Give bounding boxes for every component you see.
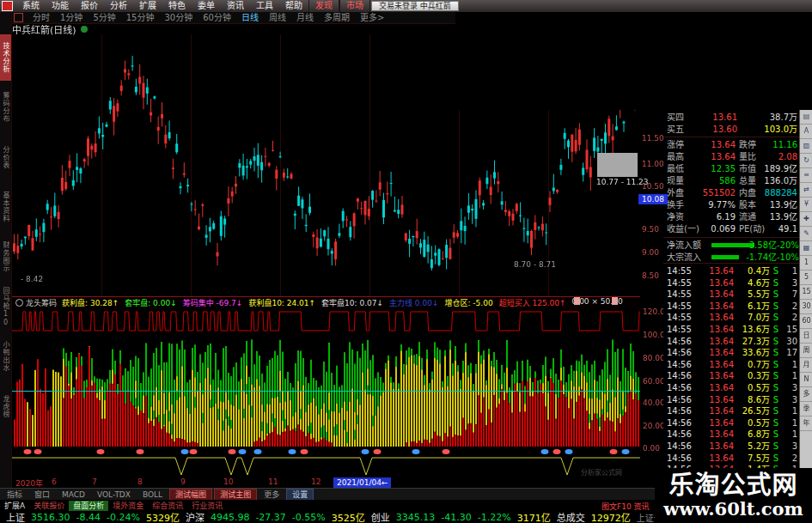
toolbar-period-年[interactable]: 年: [800, 417, 812, 431]
menu-item-帮助[interactable]: 帮助: [279, 0, 308, 12]
toolbar-period-多[interactable]: 多: [800, 387, 812, 402]
quote-row[interactable]: 收益(一)0.069PE(动)49.1: [663, 223, 799, 234]
quote-row[interactable]: 14:5613.640.3万S1: [663, 370, 799, 381]
toolbar-period-60[interactable]: 60: [800, 314, 812, 329]
refresh-icon[interactable]: ↻: [800, 154, 812, 168]
left-tab-回马枪10[interactable]: 回马枪10: [0, 283, 11, 330]
info-tab-盘面分析[interactable]: 盘面分析: [69, 501, 108, 511]
menu-item-系统[interactable]: 系统: [16, 0, 46, 12]
period-月线[interactable]: 月线: [291, 12, 319, 23]
period-多周期[interactable]: 多周期: [319, 12, 355, 23]
info-tab-境外资金[interactable]: 境外资金: [108, 501, 148, 511]
period-5分钟[interactable]: 5分钟: [88, 12, 120, 23]
func-tab-MACD[interactable]: MACD: [57, 490, 90, 500]
period-更多>[interactable]: 更多>: [355, 12, 389, 23]
period-周线[interactable]: 周线: [264, 12, 291, 23]
quote-row[interactable]: 外盘551502内盘888284: [663, 187, 799, 198]
left-tab-小鸭出水[interactable]: 小鸭出水: [0, 333, 11, 380]
func-tab-测试幅图[interactable]: 测试幅图: [169, 489, 212, 501]
toolbar-period-1[interactable]: 1: [800, 256, 812, 271]
quote-row[interactable]: 14:5513.647.0万S2: [663, 312, 799, 323]
period-60分钟[interactable]: 60分钟: [198, 12, 236, 23]
cross-icon[interactable]: ✚: [800, 212, 812, 227]
info-tab-关联报价[interactable]: 关联报价: [29, 501, 69, 511]
list-icon[interactable]: ≡: [800, 168, 812, 183]
func-tab-测试主图[interactable]: 测试主图: [214, 489, 257, 501]
quote-row[interactable]: 涨停13.64跌停11.16: [663, 139, 799, 150]
period-15分钟[interactable]: 15分钟: [121, 12, 160, 23]
menu-item-委单[interactable]: 委单: [192, 0, 221, 12]
quote-row[interactable]: 14:5613.645.2万S3: [663, 441, 799, 452]
quote-row[interactable]: 14:5613.6433.6万S17: [663, 347, 799, 358]
indicator-chart[interactable]: [12, 307, 640, 477]
toolbar-period-15[interactable]: 15: [800, 285, 812, 300]
toolbar-period-日[interactable]: 日: [800, 329, 812, 344]
quote-row[interactable]: 14:5513.640.4万S1: [663, 265, 799, 277]
quote-row[interactable]: 14:5613.640.7万S1: [663, 359, 799, 370]
left-tab-龙虎榜[interactable]: 龙虎榜: [0, 383, 11, 429]
info-tab-综合资讯[interactable]: 综合资讯: [148, 501, 187, 511]
menu-item-发现[interactable]: 发现: [308, 0, 339, 12]
toolbar-period-N[interactable]: N: [800, 373, 812, 387]
indicator-header[interactable]: 龙头筹码 获利盘: 30.28↑套牢盘: 0.00↓筹码集中 -69.7↓获利盘…: [12, 296, 640, 308]
chart-mode-icon[interactable]: [14, 13, 23, 22]
quote-row[interactable]: 14:5513.644.6万S3: [663, 277, 799, 289]
quote-row[interactable]: 14:5613.647.5万S2: [663, 453, 799, 464]
func-tab-更多[interactable]: 更多: [259, 490, 284, 500]
quote-row[interactable]: 最高13.64量比2.08: [663, 151, 799, 162]
quote-row[interactable]: 14:5613.6427.3万S30: [663, 336, 799, 347]
func-tab-指标[interactable]: 指标: [2, 490, 27, 500]
quote-row[interactable]: 14:5613.648.6万S3: [663, 394, 799, 405]
quote-row[interactable]: 14:5513.6413.6万S15: [663, 324, 799, 335]
price-axis-label: 10.50: [642, 182, 664, 191]
left-tab-基本资料[interactable]: 基本资料: [0, 184, 11, 230]
quote-row[interactable]: 14:5613.646.8万S1: [663, 429, 799, 440]
quote-row[interactable]: 14:5613.640.5万S3: [663, 382, 799, 393]
news-icon[interactable]: ▥: [800, 139, 812, 154]
money-icon[interactable]: ¥: [800, 198, 812, 212]
quote-row[interactable]: 净资6.19流通13.9亿: [663, 211, 799, 222]
period-日线[interactable]: 日线: [236, 12, 264, 23]
info-icon[interactable]: A: [800, 125, 812, 139]
quote-row[interactable]: 净流入额-3.58亿-20%: [663, 240, 799, 251]
menu-item-资讯[interactable]: 资讯: [221, 0, 250, 12]
func-tab-设置[interactable]: 设置: [286, 489, 314, 501]
toolbar-period-5[interactable]: 5: [800, 271, 812, 285]
toolbar-period-月[interactable]: 月: [800, 358, 812, 373]
quote-row[interactable]: 大宗流入-1.74亿-10%: [663, 252, 799, 263]
quote-row[interactable]: 14:5513.646.1万S2: [663, 301, 799, 312]
quote-row[interactable]: 买四13.6138.7万: [663, 112, 799, 123]
func-tab-窗口[interactable]: 窗口: [29, 490, 55, 500]
quote-row[interactable]: 买五13.60103.0万: [663, 124, 799, 135]
left-tab-分价表[interactable]: 分价表: [0, 134, 11, 180]
quote-row[interactable]: 14:5613.640.5万S1: [663, 417, 799, 429]
menu-item-分析[interactable]: 分析: [104, 0, 133, 12]
menu-item-特色[interactable]: 特色: [162, 0, 192, 12]
pen-icon[interactable]: ✎: [800, 227, 812, 241]
quote-row[interactable]: 换手9.77%股本13.9亿: [663, 199, 799, 210]
transfer-icon[interactable]: ⇄: [800, 183, 812, 198]
quote-row[interactable]: 现量586总量136.0万: [663, 175, 799, 186]
menu-item-扩展[interactable]: 扩展: [133, 0, 162, 12]
func-tab-VOL-TDX[interactable]: VOL-TDX: [92, 490, 136, 500]
period-30分钟[interactable]: 30分钟: [159, 12, 198, 23]
func-tab-BOLL[interactable]: BOLL: [137, 490, 168, 500]
toolbar-period-30[interactable]: 30: [800, 300, 812, 314]
kline-icon[interactable]: ▤: [800, 110, 812, 125]
quote-row[interactable]: 14:5513.645.5万S7: [663, 289, 799, 300]
quote-row[interactable]: 14:5613.6426.5万S1: [663, 405, 799, 417]
menu-item-功能[interactable]: 功能: [46, 0, 75, 12]
info-tab-行业资讯[interactable]: 行业资讯: [187, 501, 227, 511]
menu-item-工具[interactable]: 工具: [250, 0, 279, 12]
left-tab-财务图示[interactable]: 财务图示: [0, 234, 11, 280]
quote-row[interactable]: 最低12.35市值189.9亿: [663, 163, 799, 174]
menu-item-市场[interactable]: 市场: [339, 0, 370, 12]
toolbar-period-季[interactable]: 季: [800, 402, 812, 417]
left-tab-技术分析[interactable]: 技术分析: [0, 34, 11, 81]
left-tab-筹码分布[interactable]: 筹码分布: [0, 84, 11, 131]
grid-icon[interactable]: ▦: [800, 241, 812, 256]
login-button[interactable]: 交易未登录 中兵红箭: [371, 1, 459, 11]
toolbar-period-周[interactable]: 周: [800, 344, 812, 358]
info-tab-扩展A[interactable]: 扩展A: [0, 501, 29, 511]
menu-item-报价[interactable]: 报价: [75, 0, 104, 12]
